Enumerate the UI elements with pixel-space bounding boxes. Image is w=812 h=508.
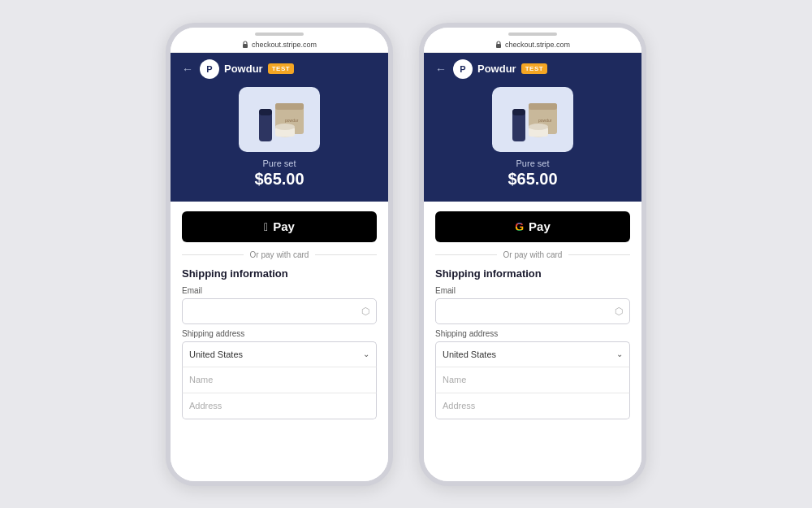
divider-line-l [182, 254, 244, 255]
svg-rect-14 [512, 109, 525, 115]
checkout-nav-right: ← P Powdur TEST [435, 59, 630, 79]
address-input-left[interactable]: Address [182, 393, 377, 419]
phone-content-left: ← P Powdur TEST powdur [171, 53, 388, 481]
brand-name-left: Powdur [224, 63, 263, 75]
product-name-left: Pure set [263, 158, 296, 168]
notch-bar [255, 33, 304, 36]
browser-url-left: checkout.stripe.com [252, 41, 317, 49]
divider-left: Or pay with card [182, 250, 377, 259]
google-g-icon: G [515, 220, 524, 233]
divider-line-rr [568, 254, 630, 255]
svg-text:powdur: powdur [285, 118, 299, 123]
address-input-right[interactable]: Address [435, 393, 630, 419]
country-select-right[interactable]: United States ⌄ [435, 341, 630, 367]
checkout-nav-left: ← P Powdur TEST [182, 59, 377, 79]
email-input-left[interactable]: ⬡ [182, 298, 377, 324]
payment-section-left:  Pay Or pay with card Shipping informat… [171, 202, 388, 481]
google-pay-button[interactable]: G Pay [435, 211, 630, 242]
svg-rect-0 [243, 44, 248, 48]
google-pay-label: Pay [529, 219, 551, 233]
name-placeholder-left: Name [189, 375, 213, 384]
section-title-left: Shipping information [182, 267, 377, 280]
divider-text-left: Or pay with card [250, 250, 309, 259]
phone-right: checkout.stripe.com ← P Powdur TEST powd… [419, 23, 646, 486]
phone-content-right: ← P Powdur TEST powdur Pure set $65.00 [424, 53, 641, 481]
phone-notch-right [424, 28, 641, 37]
svg-rect-11 [529, 103, 557, 110]
apple-icon:  [264, 221, 268, 232]
checkout-header-right: ← P Powdur TEST powdur Pure set $65.00 [424, 53, 641, 202]
email-icon-right: ⬡ [615, 306, 623, 317]
divider-line-r [315, 254, 377, 255]
test-badge-right: TEST [521, 63, 547, 74]
apple-pay-button[interactable]:  Pay [182, 211, 377, 242]
name-input-right[interactable]: Name [435, 367, 630, 393]
shipping-label-left: Shipping address [182, 329, 377, 338]
svg-rect-5 [259, 109, 272, 115]
email-input-right[interactable]: ⬡ [435, 298, 630, 324]
name-placeholder-right: Name [443, 375, 466, 384]
phone-left: checkout.stripe.com ← P Powdur TEST powd… [166, 23, 393, 486]
divider-text-right: Or pay with card [503, 250, 563, 259]
email-icon-left: ⬡ [361, 306, 369, 317]
product-price-right: $65.00 [508, 170, 557, 189]
svg-rect-2 [275, 103, 304, 110]
browser-bar-left: checkout.stripe.com [171, 37, 388, 53]
email-label-left: Email [182, 286, 377, 295]
chevron-down-left: ⌄ [363, 350, 369, 358]
brand-name-right: Powdur [477, 63, 516, 75]
address-placeholder-right: Address [443, 401, 475, 410]
product-price-left: $65.00 [254, 170, 304, 189]
notch-bar-right [508, 33, 557, 36]
country-value-left: United States [189, 350, 243, 359]
product-image-right: powdur [492, 87, 573, 152]
shipping-label-right: Shipping address [435, 329, 630, 338]
svg-point-8 [275, 124, 295, 130]
divider-line-rl [435, 254, 497, 255]
svg-rect-9 [496, 44, 501, 48]
browser-url-right: checkout.stripe.com [505, 41, 570, 49]
phone-notch-left [171, 28, 388, 37]
product-name-right: Pure set [516, 158, 550, 168]
apple-pay-label: Pay [273, 219, 295, 233]
email-label-right: Email [435, 286, 630, 295]
divider-right: Or pay with card [435, 250, 630, 259]
product-image-left: powdur [239, 87, 320, 152]
svg-point-17 [529, 124, 548, 130]
country-value-right: United States [443, 350, 496, 359]
back-arrow-left[interactable]: ← [182, 63, 193, 76]
payment-section-right: G Pay Or pay with card Shipping informat… [424, 202, 641, 481]
checkout-header-left: ← P Powdur TEST powdur [171, 53, 388, 202]
product-svg-right: powdur [496, 91, 569, 148]
svg-text:powdur: powdur [538, 118, 552, 123]
country-select-left[interactable]: United States ⌄ [182, 341, 377, 367]
brand-logo-left: P [200, 59, 219, 79]
brand-logo-right: P [453, 59, 473, 79]
section-title-right: Shipping information [435, 267, 630, 280]
back-arrow-right[interactable]: ← [435, 63, 447, 76]
chevron-down-right: ⌄ [616, 350, 623, 358]
test-badge-left: TEST [268, 63, 294, 74]
lock-icon-right [495, 41, 502, 49]
product-svg-left: powdur [243, 91, 316, 148]
browser-bar-right: checkout.stripe.com [424, 37, 641, 53]
name-input-left[interactable]: Name [182, 367, 377, 393]
lock-icon [242, 41, 248, 49]
address-placeholder-left: Address [189, 401, 222, 410]
